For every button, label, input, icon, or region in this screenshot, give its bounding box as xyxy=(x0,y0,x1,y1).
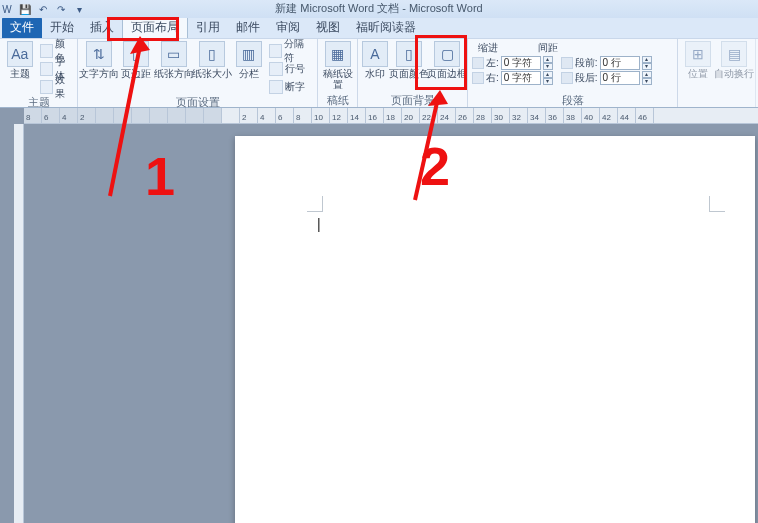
wrap-label: 自动换行 xyxy=(714,68,754,79)
svg-marker-3 xyxy=(428,90,448,106)
group-themes-label: 主题 xyxy=(0,95,77,109)
watermark-icon: A xyxy=(362,41,388,67)
btn-watermark[interactable]: A水印 xyxy=(362,41,388,79)
position-icon: ⊞ xyxy=(685,41,711,67)
indent-right-value[interactable]: 0 字符 xyxy=(501,71,541,85)
btn-themes-label: 主题 xyxy=(10,68,30,79)
position-label: 位置 xyxy=(688,68,708,79)
word-app-icon: W xyxy=(0,2,14,16)
indent-left-label: 左: xyxy=(486,56,499,70)
btn-wrap-text: ▤自动换行 xyxy=(717,41,751,79)
annotation-arrow-1 xyxy=(100,36,160,206)
btn-orientation[interactable]: ▭纸张方向 xyxy=(157,41,191,79)
qat-save-icon[interactable]: 💾 xyxy=(18,2,32,16)
space-after-arrows[interactable]: ▴▾ xyxy=(642,71,652,85)
svg-line-2 xyxy=(415,98,438,200)
manuscript-icon: ▦ xyxy=(325,41,351,67)
columns-label: 分栏 xyxy=(239,68,259,79)
columns-icon: ▥ xyxy=(236,41,262,67)
fonts-icon xyxy=(40,62,53,76)
window-title: 新建 Microsoft Word 文档 - Microsoft Word xyxy=(275,1,482,16)
tab-foxit-reader[interactable]: 福昕阅读器 xyxy=(348,17,424,38)
indent-right-spinner[interactable]: 右: 0 字符 ▴▾ xyxy=(472,71,553,85)
space-before-icon xyxy=(561,57,573,69)
qat-redo-icon[interactable]: ↷ xyxy=(54,2,68,16)
document-page[interactable]: | xyxy=(235,136,755,523)
effects-icon xyxy=(40,80,53,94)
orientation-icon: ▭ xyxy=(161,41,187,67)
space-after-value[interactable]: 0 行 xyxy=(600,71,640,85)
vertical-ruler[interactable] xyxy=(14,124,24,523)
group-paragraph: 缩进 间距 左: 0 字符 ▴▾ 段前: 0 行 ▴▾ xyxy=(468,39,678,107)
space-after-icon xyxy=(561,72,573,84)
watermark-label: 水印 xyxy=(365,68,385,79)
indent-left-icon xyxy=(472,57,484,69)
group-themes: Aa 主题 颜色 字体 效果 主题 xyxy=(0,39,78,107)
qat-customize-icon[interactable]: ▾ xyxy=(72,2,86,16)
group-arrange-label xyxy=(678,93,755,107)
btn-size[interactable]: ▯纸张大小 xyxy=(195,41,229,79)
btn-columns[interactable]: ▥分栏 xyxy=(233,41,266,79)
wrap-icon: ▤ xyxy=(721,41,747,67)
group-manuscript: ▦稿纸设置 稿纸 xyxy=(318,39,358,107)
indent-left-arrows[interactable]: ▴▾ xyxy=(543,56,553,70)
indent-left-spinner[interactable]: 左: 0 字符 ▴▾ xyxy=(472,56,553,70)
space-before-arrows[interactable]: ▴▾ xyxy=(642,56,652,70)
space-after-spinner[interactable]: 段后: 0 行 ▴▾ xyxy=(561,71,652,85)
space-before-spinner[interactable]: 段前: 0 行 ▴▾ xyxy=(561,56,652,70)
group-paragraph-label: 段落 xyxy=(468,93,677,107)
spacing-heading: 间距 xyxy=(538,41,558,55)
themes-icon: Aa xyxy=(7,41,33,67)
hyphenation-icon xyxy=(269,80,283,94)
margin-marker-top-right xyxy=(709,196,725,212)
line-numbers-label: 行号 xyxy=(285,62,305,76)
line-numbers-icon xyxy=(269,62,283,76)
quick-access-toolbar: W 💾 ↶ ↷ ▾ xyxy=(0,0,86,18)
svg-marker-1 xyxy=(130,36,150,54)
btn-breaks[interactable]: 分隔符 xyxy=(269,43,313,59)
indent-heading: 缩进 xyxy=(478,41,498,55)
group-manuscript-label: 稿纸 xyxy=(318,93,357,107)
btn-theme-effects[interactable]: 效果 xyxy=(40,79,73,95)
tab-mailings[interactable]: 邮件 xyxy=(228,17,268,38)
btn-manuscript[interactable]: ▦稿纸设置 xyxy=(322,41,353,90)
text-cursor: | xyxy=(317,216,321,232)
tab-file[interactable]: 文件 xyxy=(2,17,42,38)
size-label: 纸张大小 xyxy=(192,68,232,79)
indent-left-value[interactable]: 0 字符 xyxy=(501,56,541,70)
tab-references[interactable]: 引用 xyxy=(188,17,228,38)
group-arrange: ⊞位置 ▤自动换行 xyxy=(678,39,756,107)
manuscript-label: 稿纸设置 xyxy=(322,68,353,90)
size-icon: ▯ xyxy=(199,41,225,67)
space-before-value[interactable]: 0 行 xyxy=(600,56,640,70)
tab-home[interactable]: 开始 xyxy=(42,17,82,38)
indent-right-icon xyxy=(472,72,484,84)
svg-line-0 xyxy=(110,46,140,196)
indent-right-label: 右: xyxy=(486,71,499,85)
btn-hyphenation[interactable]: 断字 xyxy=(269,79,313,95)
space-before-label: 段前: xyxy=(575,56,598,70)
margin-marker-top-left xyxy=(307,196,323,212)
btn-position: ⊞位置 xyxy=(682,41,713,79)
indent-right-arrows[interactable]: ▴▾ xyxy=(543,71,553,85)
btn-themes[interactable]: Aa 主题 xyxy=(4,41,36,79)
tab-review[interactable]: 审阅 xyxy=(268,17,308,38)
annotation-arrow-2 xyxy=(410,90,470,210)
breaks-icon xyxy=(269,44,282,58)
btn-line-numbers[interactable]: 行号 xyxy=(269,61,313,77)
tab-view[interactable]: 视图 xyxy=(308,17,348,38)
space-after-label: 段后: xyxy=(575,71,598,85)
hyphenation-label: 断字 xyxy=(285,80,305,94)
qat-undo-icon[interactable]: ↶ xyxy=(36,2,50,16)
annotation-highlight-page-border xyxy=(415,35,467,90)
title-bar: W 💾 ↶ ↷ ▾ 新建 Microsoft Word 文档 - Microso… xyxy=(0,0,758,18)
colors-icon xyxy=(40,44,53,58)
